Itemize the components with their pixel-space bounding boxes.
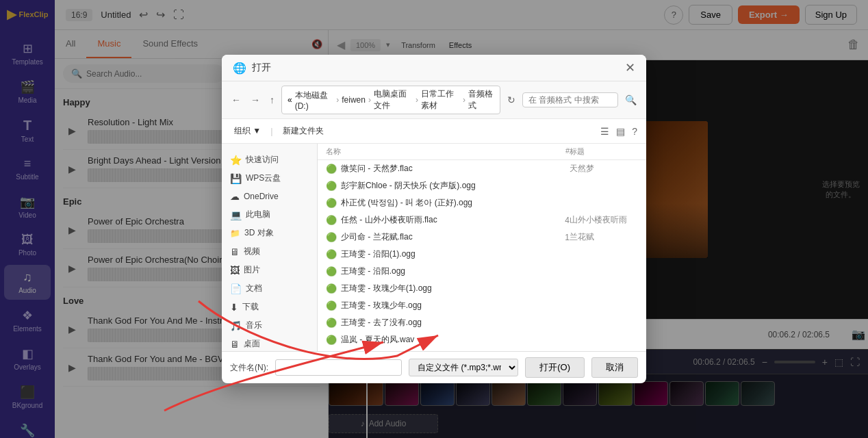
breadcrumb-audio-format[interactable]: 音频格式: [468, 88, 494, 112]
downloads-label: 下载: [242, 301, 259, 313]
nav-onedrive[interactable]: ☁ OneDrive: [222, 188, 317, 205]
dialog-search-input[interactable]: [522, 92, 618, 107]
file-row-1[interactable]: 🟢 微笑问 - 天然梦.flac 天然梦: [318, 160, 646, 177]
nav-back-button[interactable]: ←: [229, 93, 244, 107]
file-row-3[interactable]: 🟢 朴正优 (박정임) - 叫 老아 (正好).ogg: [318, 194, 646, 211]
cancel-button[interactable]: 取消: [591, 357, 638, 378]
nav-downloads[interactable]: ⬇ 下载: [222, 298, 317, 316]
file-name-4: 任然 - 山外小楼夜听雨.flac: [341, 214, 549, 226]
nav-pictures[interactable]: 🖼 图片: [222, 261, 317, 279]
filetype-select[interactable]: 自定义文件 (*.mp3;*.wma;*.aa: [409, 359, 518, 376]
file-icon-1: 🟢: [326, 164, 337, 174]
file-name-3: 朴正优 (박정임) - 叫 老아 (正好).ogg: [341, 197, 549, 209]
file-title-4: 山外小楼夜听雨: [570, 214, 638, 226]
toolbar-divider: |: [270, 126, 272, 136]
file-row-6[interactable]: 🟢 王琦雯 - 沿阳(1).ogg: [318, 246, 646, 263]
file-name-8: 王琦雯 - 玫瑰少年(1).ogg: [341, 283, 549, 294]
file-name-5: 少司命 - 兰花赋.flac: [341, 231, 549, 243]
file-row-4[interactable]: 🟢 任然 - 山外小楼夜听雨.flac 4 山外小楼夜听雨: [318, 211, 646, 229]
file-name-1: 微笑问 - 天然梦.flac: [341, 163, 549, 175]
search-button[interactable]: 🔍: [622, 93, 639, 107]
nav-music[interactable]: 🎵 音乐: [222, 316, 317, 335]
file-title-1: 天然梦: [570, 163, 638, 175]
file-icon-10: 🟢: [326, 318, 337, 328]
quick-access-label: 快速访问: [246, 154, 279, 166]
desktop-label: 桌面: [244, 338, 260, 350]
col-name-header: 名称: [326, 146, 549, 157]
onedrive-icon: ☁: [230, 191, 240, 202]
this-pc-icon: 💻: [230, 209, 242, 220]
nav-wps-cloud[interactable]: 💾 WPS云盘: [222, 169, 317, 188]
view-details-button[interactable]: ▤: [614, 124, 627, 139]
dialog-file-list: 名称 # 标题 🟢 微笑问 - 天然梦.flac 天然梦 🟢 彭宇新Chloe …: [318, 144, 646, 351]
breadcrumb-path: « 本地磁盘 (D:) › feiwen › 电脑桌面文件 › 日常工作素材 ›…: [281, 86, 500, 114]
open-button[interactable]: 打开(O): [525, 357, 585, 378]
pictures-label: 图片: [244, 264, 260, 276]
file-icon-2: 🟢: [326, 181, 337, 191]
nav-desktop[interactable]: 🖥 桌面: [222, 335, 317, 351]
file-icon-11: 🟢: [326, 335, 337, 345]
file-row-11[interactable]: 🟢 温岚 - 夏天的风.wav: [318, 331, 646, 348]
file-icon-7: 🟢: [326, 266, 337, 276]
file-row-9[interactable]: 🟢 王琦雯 - 玫瑰少年.ogg: [318, 297, 646, 314]
new-folder-button[interactable]: 新建文件夹: [277, 123, 329, 139]
file-name-10: 王琦雯 - 去了没有.ogg: [341, 317, 549, 328]
file-row-8[interactable]: 🟢 王琦雯 - 玫瑰少年(1).ogg: [318, 280, 646, 297]
filename-label: 文件名(N):: [230, 362, 268, 374]
nav-forward-button[interactable]: →: [248, 93, 263, 107]
onedrive-label: OneDrive: [244, 192, 279, 201]
file-row-7[interactable]: 🟢 王琦雯 - 沿阳.ogg: [318, 263, 646, 280]
file-name-9: 王琦雯 - 玫瑰少年.ogg: [341, 300, 549, 311]
file-row-5[interactable]: 🟢 少司命 - 兰花赋.flac 1 兰花赋: [318, 229, 646, 246]
file-name-6: 王琦雯 - 沿阳(1).ogg: [341, 248, 549, 260]
view-controls: ☰ ▤ ?: [598, 124, 639, 139]
dialog-close-button[interactable]: ✕: [625, 60, 635, 75]
nav-refresh-button[interactable]: ↻: [505, 93, 518, 107]
view-list-button[interactable]: ☰: [598, 124, 611, 139]
dialog-sidebar: ⭐ 快速访问 💾 WPS云盘 ☁ OneDrive 💻 此电脑: [222, 144, 318, 351]
dialog-browser-icon: 🌐: [233, 62, 246, 75]
file-icon-8: 🟢: [326, 283, 337, 294]
nav-documents[interactable]: 📄 文档: [222, 279, 317, 298]
breadcrumb-feiwen[interactable]: feiwen: [342, 95, 366, 105]
file-title-5: 兰花赋: [570, 231, 638, 243]
organize-group: 组织 ▼ | 新建文件夹: [229, 123, 329, 139]
file-dialog: 🌐 打开 ✕ ← → ↑ « 本地磁盘 (D:) › feiwen › 电脑桌面…: [222, 55, 646, 383]
nav-up-button[interactable]: ↑: [267, 93, 277, 107]
file-dialog-overlay: 🌐 打开 ✕ ← → ↑ « 本地磁盘 (D:) › feiwen › 电脑桌面…: [0, 0, 868, 438]
file-name-7: 王琦雯 - 沿阳.ogg: [341, 266, 549, 277]
file-row-2[interactable]: 🟢 彭宇新Chloe - 阴天快乐 (女声版).ogg: [318, 177, 646, 194]
help-dialog-button[interactable]: ?: [630, 124, 639, 139]
nav-this-pc[interactable]: 💻 此电脑: [222, 205, 317, 224]
video-folder-icon: 🖥: [230, 246, 240, 257]
file-num-5: 1: [549, 233, 570, 242]
documents-icon: 📄: [230, 283, 242, 294]
music-folder-label: 音乐: [246, 320, 262, 331]
music-folder-icon: 🎵: [230, 320, 242, 331]
pictures-icon: 🖼: [230, 265, 240, 276]
quick-access-icon: ⭐: [230, 155, 242, 166]
3d-objects-label: 3D 对象: [244, 227, 274, 239]
dialog-title: 打开: [252, 62, 271, 74]
file-num-4: 4: [549, 216, 570, 225]
file-name-11: 温岚 - 夏天的风.wav: [341, 334, 549, 346]
nav-video[interactable]: 🖥 视频: [222, 242, 317, 261]
breadcrumb-local-disk[interactable]: 本地磁盘 (D:): [295, 90, 334, 111]
organize-button[interactable]: 组织 ▼: [229, 123, 266, 139]
dialog-body: ⭐ 快速访问 💾 WPS云盘 ☁ OneDrive 💻 此电脑: [222, 144, 646, 351]
file-row-10[interactable]: 🟢 王琦雯 - 去了没有.ogg: [318, 314, 646, 331]
nav-3d-objects[interactable]: 📁 3D 对象: [222, 224, 317, 242]
filename-input[interactable]: [275, 359, 402, 376]
dialog-nav: ← → ↑ « 本地磁盘 (D:) › feiwen › 电脑桌面文件 › 日常…: [222, 81, 646, 119]
file-icon-3: 🟢: [326, 198, 337, 208]
nav-quick-access[interactable]: ⭐ 快速访问: [222, 151, 317, 169]
breadcrumb-work-materials[interactable]: 日常工作素材: [421, 88, 460, 112]
col-title-header: 标题: [570, 146, 638, 157]
wps-cloud-icon: 💾: [230, 173, 242, 184]
breadcrumb-desktop-files[interactable]: 电脑桌面文件: [374, 88, 413, 112]
downloads-icon: ⬇: [230, 302, 238, 313]
file-icon-6: 🟢: [326, 249, 337, 259]
file-icon-9: 🟢: [326, 300, 337, 311]
dialog-title-bar: 🌐 打开 ✕: [222, 55, 646, 81]
col-num-header: #: [549, 146, 570, 157]
